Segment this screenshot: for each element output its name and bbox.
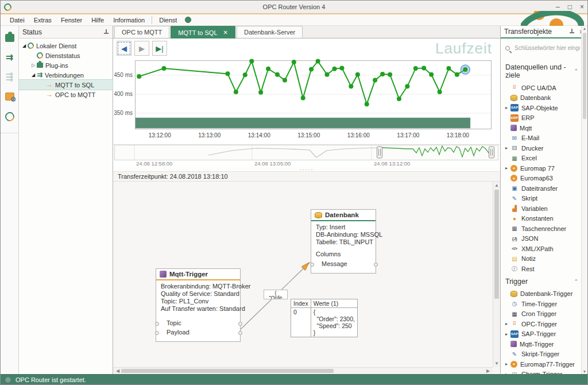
transfer-object-list: Datenquellen und -ziele⌃⠿OPC UA/DADatenb…	[501, 56, 587, 374]
svg-text:13:18:00: 13:18:00	[447, 132, 469, 138]
transfer-item-sap-objekte[interactable]: ▸SAPSAP-Objekte	[505, 103, 586, 113]
datenbank-node[interactable]: Datenbank Typ: Insert DB-Anbindung: MSSQ…	[311, 209, 376, 274]
tree-item-mqtt-to-sql[interactable]: → MQTT to SQL	[19, 80, 113, 90]
scroll-thumb[interactable]	[583, 33, 586, 119]
transfer-item-time-trigger[interactable]: ◷Time-Trigger	[505, 299, 586, 309]
scroll-left-icon[interactable]: ◀	[114, 368, 121, 374]
node-prop: Auf Transfer warten: Standard	[161, 305, 237, 313]
scroll-down-icon[interactable]: ▼	[493, 361, 500, 366]
opc-router-icon[interactable]	[3, 110, 16, 123]
scroll-thumb[interactable]	[494, 190, 499, 299]
transfer-item-euromap-77[interactable]: ▸▲Euromap 77	[505, 163, 586, 174]
expander-icon[interactable]: ▷	[30, 63, 36, 68]
expander-icon[interactable]: ▸	[505, 145, 510, 151]
menu-datei[interactable]: Datei	[5, 16, 29, 25]
tree-item-lokaler-dienst[interactable]: ◢ Lokaler Dienst	[19, 41, 113, 51]
splitter-handle[interactable]: ·····	[113, 167, 500, 172]
panel-scrollbar[interactable]: ▲ ▼	[581, 26, 587, 374]
expander-icon[interactable]: ◢	[21, 43, 27, 48]
transfer-item-taschenrechner[interactable]: ▦Taschenrechner	[505, 224, 586, 234]
transfer-item-opc-trigger[interactable]: ▸⠿OPC-Trigger	[505, 319, 586, 329]
scroll-thumb[interactable]	[121, 369, 334, 373]
transfer-item-euromap63[interactable]: ▲Euromap63	[505, 174, 586, 184]
port-message[interactable]: Message	[316, 260, 372, 268]
tree-item-opc-to-mqtt[interactable]: → OPC to MQTT	[19, 90, 113, 99]
status-panel-header: Status	[19, 26, 113, 38]
tree-item-dienststatus[interactable]: Dienststatus	[19, 51, 113, 60]
transfer-item-erp[interactable]: ERPERP	[505, 113, 586, 124]
expander-icon[interactable]: ◢	[30, 72, 36, 78]
transfer-item-datenbank[interactable]: Datenbank	[505, 93, 586, 103]
transfer-item-xml-xpath[interactable]: </>XML/XPath	[505, 244, 586, 254]
tab-opc-to-mqtt[interactable]: OPC to MQTT	[114, 26, 169, 38]
flow-canvas[interactable]: Mqtt-Trigger Brokeranbindung: MQTT-Broke…	[113, 182, 500, 374]
scroll-up-icon[interactable]: ▲	[582, 26, 587, 30]
menu-dienst[interactable]: Dienst	[154, 16, 181, 25]
transfer-item-sap-trigger[interactable]: ▸SAPSAP-Trigger	[505, 329, 586, 340]
left-icon-strip: ⇉ ⇶	[1, 26, 19, 374]
scroll-right-icon[interactable]: ▶	[485, 368, 492, 374]
collapse-chevron-icon[interactable]: ⌃	[574, 279, 578, 284]
menu-extras[interactable]: Extras	[29, 16, 56, 25]
menu-separator	[152, 16, 152, 24]
maximize-button[interactable]: □	[568, 3, 572, 11]
section-header[interactable]: Trigger⌃	[505, 278, 586, 286]
pin-icon[interactable]	[103, 29, 109, 35]
template-connections-icon[interactable]: ⇶	[6, 73, 13, 81]
transfer-item-euromap77-trigger[interactable]: ▸▲Euromap77-Trigger	[505, 359, 586, 369]
transfer-item-mqtt-trigger[interactable]: Mqtt-Trigger	[505, 339, 586, 349]
status-bar: OPC Router ist gestartet.	[1, 374, 587, 384]
timeline-overview[interactable]: 24.08 12:58:0024.08 13:05:0024.08 13:12:…	[113, 144, 500, 167]
search-input[interactable]	[513, 44, 581, 52]
tree-item-verbindungen[interactable]: ◢ ⇉ Verbindungen	[19, 70, 113, 80]
expander-icon[interactable]: ▸	[505, 165, 510, 171]
minimize-button[interactable]: –	[556, 3, 560, 11]
transfer-item-mqtt[interactable]: Mqtt	[505, 123, 586, 133]
scroll-up-icon[interactable]: ▲	[493, 183, 500, 188]
port-topic[interactable]: Topic	[161, 319, 237, 328]
transfer-item-json[interactable]: {J}JSON	[505, 234, 586, 244]
tab-datenbank-server[interactable]: Datenbank-Server	[237, 26, 303, 38]
runtime-chart[interactable]: 450 ms400 ms350 ms13:12:0013:13:0013:14:…	[113, 58, 500, 144]
flow-vertical-scrollbar[interactable]: ▲ ▼	[493, 182, 500, 367]
transfer-item-drucker[interactable]: ▸⊟Drucker	[505, 143, 586, 153]
project-settings-icon[interactable]	[5, 93, 14, 101]
transfer-item-cron-trigger[interactable]: ▦Cron Trigger	[505, 309, 586, 319]
tree-item-plugins[interactable]: ▷ Plug-ins	[19, 60, 113, 70]
transfer-item-datenbank-trigger[interactable]: Datenbank-Trigger	[505, 289, 586, 299]
menu-hilfe[interactable]: Hilfe	[87, 16, 109, 25]
transfer-item-variablen[interactable]: ▟Variablen	[505, 203, 586, 214]
transfer-item-opc-ua-da[interactable]: ⠿OPC UA/DA	[505, 83, 586, 93]
transfer-item-konstanten[interactable]: ●Konstanten	[505, 214, 586, 224]
transfer-item-dateitransfer[interactable]: ▣Dateitransfer	[505, 183, 586, 194]
expander-icon[interactable]: ▸	[505, 105, 510, 110]
transfer-item-skript-trigger[interactable]: ✎Skript-Trigger	[505, 349, 586, 360]
tab-close-icon[interactable]: ✕	[223, 29, 228, 36]
transfer-item-e-mail[interactable]: ✉E-Mail	[505, 133, 586, 144]
expander-icon[interactable]: ▸	[505, 361, 510, 367]
collapse-chevron-icon[interactable]: ⌃	[574, 68, 578, 74]
pin-icon[interactable]	[569, 29, 575, 34]
skip-to-end-button[interactable]: ▶|	[152, 41, 167, 56]
transfer-item-excel[interactable]: ▦Excel	[505, 153, 586, 164]
flow-horizontal-scrollbar[interactable]: ◀ ▶	[113, 367, 493, 374]
runtime-watermark: Laufzeit	[435, 40, 492, 57]
transfer-item-notiz[interactable]: ▤Notiz	[505, 254, 586, 264]
port-payload[interactable]: Payload	[161, 328, 237, 337]
expander-icon[interactable]: ▸	[505, 321, 510, 326]
transfer-item-charm-trigger[interactable]: ▸◫Charm-Trigger	[505, 369, 586, 375]
mqtt-trigger-node[interactable]: Mqtt-Trigger Brokeranbindung: MQTT-Broke…	[156, 268, 241, 342]
step-forward-button[interactable]: ▶	[134, 41, 149, 56]
expander-icon[interactable]: ▸	[505, 332, 510, 337]
transfer-item-skript[interactable]: ✎Skript	[505, 194, 586, 204]
step-back-button[interactable]: ◀	[117, 41, 131, 56]
plugins-icon[interactable]	[5, 34, 14, 42]
transfer-item-rest[interactable]: ⓡRest	[505, 264, 586, 274]
connections-icon[interactable]: ⇉	[6, 53, 13, 61]
menu-fenster[interactable]: Fenster	[56, 16, 87, 25]
close-button[interactable]: ×	[580, 3, 584, 11]
scroll-down-icon[interactable]: ▼	[582, 369, 587, 374]
section-header[interactable]: Datenquellen und -ziele⌃	[505, 63, 586, 79]
menu-information[interactable]: Information	[109, 16, 149, 25]
tab-mqtt-to-sql[interactable]: MQTT to SQL ✕	[171, 26, 235, 38]
